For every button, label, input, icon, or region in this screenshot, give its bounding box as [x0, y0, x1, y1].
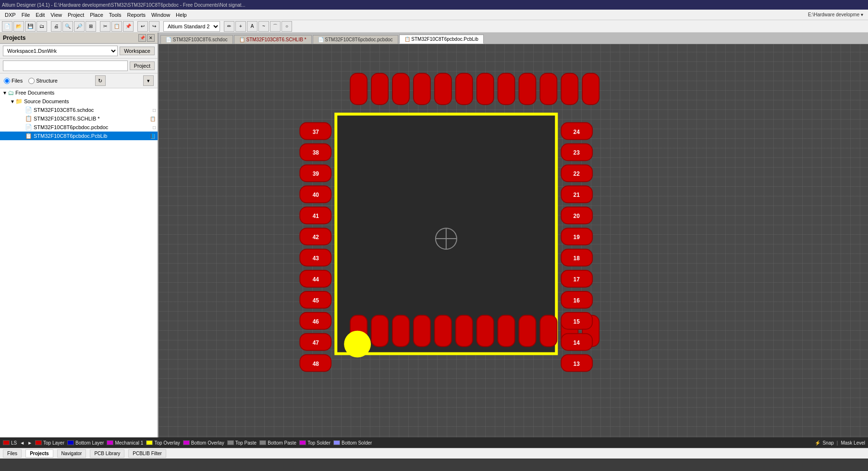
panel-close-btn[interactable]: ✕: [147, 34, 155, 42]
top-paste-label: Top Paste: [235, 440, 257, 446]
options-btn[interactable]: ▾: [143, 75, 154, 86]
menu-place[interactable]: Place: [87, 11, 106, 19]
menu-project[interactable]: Project: [65, 11, 87, 19]
crosshair-btn[interactable]: +: [235, 21, 246, 32]
undo-btn[interactable]: ↩: [137, 21, 148, 32]
status-tab-navigator[interactable]: Navigator: [57, 449, 86, 458]
svg-rect-7: [477, 73, 494, 105]
menu-reports[interactable]: Reports: [124, 11, 148, 19]
menu-tools[interactable]: Tools: [106, 11, 124, 19]
layer-top-overlay[interactable]: Top Overlay: [146, 440, 180, 446]
pcbdoc-icon: 📄: [25, 124, 32, 131]
layer-bottom-solder[interactable]: Bottom Solder: [333, 440, 372, 446]
circle-btn[interactable]: ○: [281, 21, 292, 32]
files-label: Files: [12, 78, 23, 84]
tree-file-schdoc[interactable]: 📄 STM32F103C8T6.schdoc □: [0, 106, 158, 114]
tab-schdoc[interactable]: 📄 STM32F103C8T6.schdoc: [160, 35, 233, 44]
menu-file[interactable]: File: [19, 11, 33, 19]
svg-rect-6: [456, 73, 473, 105]
save-btn[interactable]: 💾: [25, 21, 36, 32]
svg-text:20: 20: [574, 213, 580, 219]
schlib-label: STM32F103C8T6.SCHLIB *: [34, 116, 100, 121]
tab-pcbdoc[interactable]: 📄 STM32F10C8T6pcbdoc.pcbdoc: [313, 35, 398, 44]
arc-btn[interactable]: ⌒: [270, 21, 281, 32]
pcb-canvas-area[interactable]: 📄 STM32F103C8T6.schdoc 📋 STM32F103C8T6.S…: [159, 33, 868, 437]
menu-view[interactable]: View: [48, 11, 65, 19]
files-radio[interactable]: [4, 78, 10, 84]
tree-source-documents[interactable]: ▼ 📁 Source Documents: [0, 97, 158, 106]
workspace-button[interactable]: Workspace: [120, 47, 155, 55]
zoom-out-btn[interactable]: 🔎: [74, 21, 85, 32]
cut-btn[interactable]: ✂: [100, 21, 110, 32]
schlib-modified-flag: 📋: [150, 116, 156, 121]
structure-radio[interactable]: [28, 78, 35, 84]
standard-dropdown[interactable]: Altium Standard 2: [163, 21, 220, 32]
tab-schlib[interactable]: 📋 STM32F103C8T6.SCHLIB *: [234, 35, 312, 44]
svg-text:16: 16: [574, 297, 580, 304]
paste-btn[interactable]: 📌: [123, 21, 134, 32]
bottom-overlay-label: Bottom Overlay: [191, 440, 224, 446]
text-btn[interactable]: A: [247, 21, 257, 32]
status-tab-pcblibfilter[interactable]: PCBLIB Filter: [128, 449, 166, 458]
svg-text:22: 22: [574, 170, 580, 177]
status-tab-pcblibrary[interactable]: PCB Library: [90, 449, 124, 458]
refresh-btn[interactable]: ↻: [95, 75, 106, 86]
schdoc-label: STM32F103C8T6.schdoc: [34, 107, 94, 113]
svg-point-73: [344, 331, 371, 358]
nav-prev[interactable]: ◄: [20, 440, 24, 446]
tree-file-schlib[interactable]: 📋 STM32F103C8T6.SCHLIB * 📋: [0, 114, 158, 123]
schdoc-flag: □: [153, 108, 156, 113]
menu-window[interactable]: Window: [148, 11, 173, 19]
project-input[interactable]: [3, 60, 128, 71]
copy-btn[interactable]: 📋: [111, 21, 122, 32]
wave-btn[interactable]: ~: [258, 21, 269, 32]
menu-dxp[interactable]: DXP: [2, 11, 19, 19]
layer-bottom-overlay[interactable]: Bottom Overlay: [183, 440, 224, 446]
redo-btn[interactable]: ↪: [149, 21, 159, 32]
panel-header-buttons: 📌 ✕: [138, 34, 155, 42]
structure-radio-group: Structure: [28, 78, 58, 84]
layer-top-paste[interactable]: Top Paste: [227, 440, 257, 446]
source-documents-label: Source Documents: [24, 98, 69, 104]
panel-pin-btn[interactable]: 📌: [138, 34, 146, 42]
svg-rect-16: [414, 315, 430, 347]
layer-ls[interactable]: LS: [3, 440, 17, 446]
layer-mech1[interactable]: Mechanical 1: [107, 440, 143, 446]
svg-rect-18: [456, 315, 473, 347]
tree-free-documents[interactable]: ▼ 🗂 Free Documents: [0, 88, 158, 97]
svg-text:46: 46: [313, 318, 319, 325]
status-tab-projects[interactable]: Projects: [25, 449, 53, 458]
source-expand-icon: ▼: [10, 99, 15, 104]
layer-top-solder[interactable]: Top Solder: [299, 440, 330, 446]
new-btn[interactable]: 📄: [2, 21, 12, 32]
status-tab-files[interactable]: Files: [3, 449, 22, 458]
tree-file-pcbdoc[interactable]: 📄 STM32F10C8T6pcbdoc.pcbdoc □: [0, 123, 158, 132]
open-btn[interactable]: 📂: [13, 21, 24, 32]
layer-bottom[interactable]: Bottom Layer: [67, 440, 104, 446]
nav-next[interactable]: ►: [27, 440, 32, 446]
tree-file-pcblib[interactable]: 📋 STM32F10C8T6pcbdoc.PcbLib 📘: [0, 132, 158, 140]
svg-text:39: 39: [313, 170, 319, 177]
layer-top[interactable]: Top Layer: [35, 440, 64, 446]
project-button[interactable]: Project: [130, 61, 155, 70]
svg-rect-1: [350, 73, 367, 105]
svg-rect-21: [519, 315, 536, 347]
zoom-in-btn[interactable]: 🔍: [62, 21, 73, 32]
save-all-btn[interactable]: 🗂: [37, 21, 47, 32]
menu-edit[interactable]: Edit: [33, 11, 48, 19]
schdoc-icon: 📄: [25, 107, 32, 113]
zoom-fit-btn[interactable]: ⊞: [86, 21, 96, 32]
top-solder-label: Top Solder: [307, 440, 330, 446]
print-btn[interactable]: 🖨: [51, 21, 61, 32]
pcblib-icon: 📋: [25, 133, 32, 139]
svg-text:38: 38: [313, 149, 319, 156]
bottom-overlay-swatch: [183, 440, 190, 445]
tab-pcblib[interactable]: 📋 STM32F10C8T6pcbdoc.PcbLib: [399, 35, 484, 44]
layer-bottom-paste[interactable]: Bottom Paste: [259, 440, 296, 446]
workspace-select[interactable]: Workspace1.DsnWrk: [3, 46, 118, 56]
pencil-btn[interactable]: ✏: [224, 21, 234, 32]
project-row: Project: [0, 59, 158, 73]
menu-help[interactable]: Help: [173, 11, 190, 19]
svg-rect-4: [414, 73, 430, 105]
snap-icon: ⚡: [815, 440, 820, 446]
